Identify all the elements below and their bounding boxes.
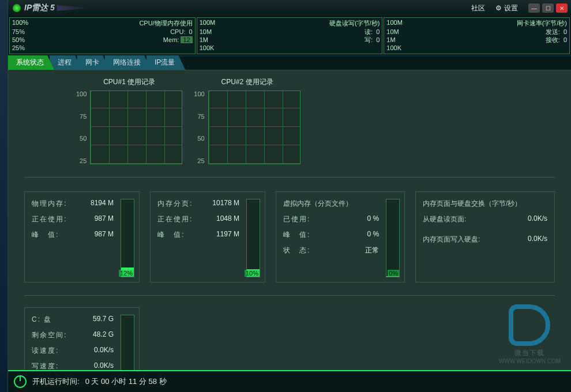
virt-mem-bar: 0% [386, 199, 400, 277]
settings-link[interactable]: ⚙ 设置 [495, 3, 518, 13]
community-link[interactable]: 社区 [471, 3, 485, 13]
virtual-memory-panel: 虚拟内存（分页文件） 已使用:0 % 峰 值:0 % 状 态:正常 0% [276, 191, 405, 282]
page-mem-bar: 10% [246, 199, 260, 277]
tabs: 系统状态 进程 网卡 网络连接 IP流量 [8, 56, 571, 70]
tab-system-status[interactable]: 系统状态 [8, 55, 54, 70]
cpu2-grid [208, 91, 300, 164]
phys-mem-bar: 12% [121, 199, 134, 277]
disk-c-panel: C: 盘59.7 G 剩余空间:48.2 G 读速度:0.0K/s 写速度:0.… [24, 307, 140, 370]
app-title: IP雷达 5 [24, 3, 55, 13]
close-button[interactable]: ✕ [556, 3, 568, 13]
disk-section: C: 盘59.7 G 剩余空间:48.2 G 读速度:0.0K/s 写速度:0.… [24, 296, 555, 370]
cpu1-chart: CPU#1 使用记录 100755025 [76, 77, 182, 164]
cpu1-yaxis: 100755025 [76, 91, 90, 164]
gear-icon: ⚙ [495, 4, 502, 12]
page-memory-panel: 内存分页:10178 M 正在使用:1048 M 峰 值:1197 M 10% [150, 191, 265, 282]
uptime-label: 开机运行时间: [32, 376, 80, 387]
app-icon [13, 4, 21, 12]
disk-mini-graph: 100M硬盘读写(字节/秒) 10M读: 0 1M写: 0 100K [197, 17, 383, 54]
net-mini-graph: 100M网卡速率(字节/秒) 10M发送: 0 1M接收: 0 100K [384, 17, 570, 54]
main-content: CPU#1 使用记录 100755025 CPU#2 使用记录 10075502… [8, 70, 571, 370]
tab-connections[interactable]: 网络连接 [105, 55, 151, 70]
swap-panel: 内存页面与硬盘交换（字节/秒） 从硬盘读页面:0.0K/s 内存页面写入硬盘:0… [415, 191, 555, 282]
tab-processes[interactable]: 进程 [50, 55, 82, 70]
statusbar: 开机运行时间: 0 天 00 小时 11 分 58 秒 [8, 370, 571, 392]
power-icon [14, 375, 27, 388]
memory-panels-row: 物理内存:8194 M 正在使用:987 M 峰 值:987 M 12% 内存分… [24, 178, 555, 296]
left-dock [0, 0, 8, 392]
watermark: 微当下载 WWW.WEIDOWN.COM [499, 304, 561, 364]
cpu-mem-mini-graph: 100%CPU/物理内存使用 75%CPU: 0 50%Mem: 12 25% [9, 17, 196, 54]
disk-bar: 19% [121, 315, 134, 370]
tab-ip-traffic[interactable]: IP流量 [146, 55, 185, 70]
cpu2-chart: CPU#2 使用记录 100755025 [194, 77, 300, 164]
tab-nic[interactable]: 网卡 [77, 55, 110, 70]
maximize-button[interactable]: ☐ [542, 3, 554, 13]
cpu1-grid [90, 91, 182, 164]
minimize-button[interactable]: — [528, 3, 540, 13]
watermark-logo-icon [509, 304, 550, 346]
cpu-charts-section: CPU#1 使用记录 100755025 CPU#2 使用记录 10075502… [24, 77, 555, 178]
physical-memory-panel: 物理内存:8194 M 正在使用:987 M 峰 值:987 M 12% [24, 191, 140, 282]
title-decoration [57, 5, 92, 11]
cpu2-yaxis: 100755025 [194, 91, 208, 164]
titlebar: IP雷达 5 社区 ⚙ 设置 — ☐ ✕ [8, 0, 571, 16]
uptime-value: 0 天 00 小时 11 分 58 秒 [85, 376, 167, 387]
top-graphs-row: 100%CPU/物理内存使用 75%CPU: 0 50%Mem: 12 25% … [8, 16, 571, 55]
